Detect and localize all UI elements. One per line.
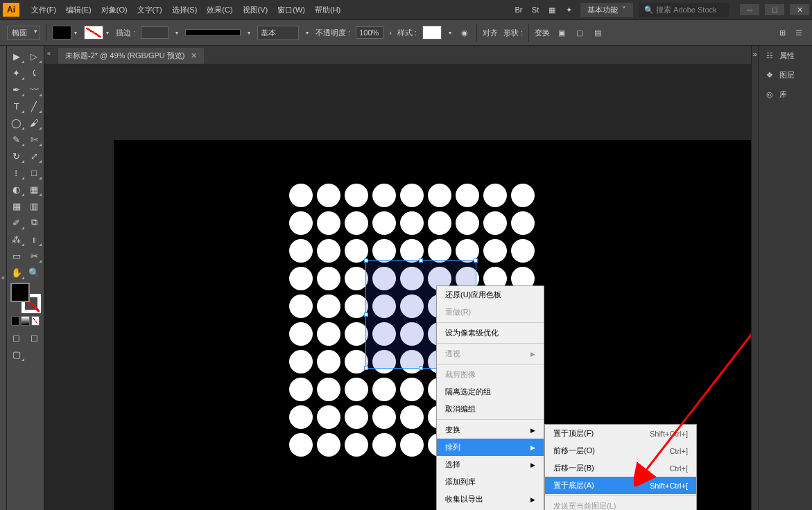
eraser-tool[interactable]: ✄ (26, 132, 43, 147)
width-tool[interactable]: ⫶ (8, 165, 25, 180)
stroke-swatch[interactable]: ▾ (84, 26, 110, 39)
ellipse-tool[interactable]: ◯ (8, 115, 25, 130)
drawmode-normal[interactable]: ◻ (8, 330, 25, 345)
toolbox: ▶▷ ✦⤹ ✒〰 T╱ ◯🖌 ✎✄ ↻⤢ ⫶□ ◐▦ ▦▥ ✐⧉ ⁂⫾ ▭✂ ✋… (7, 46, 44, 510)
perspective-tool[interactable]: ▦ (26, 182, 43, 197)
ctx-add-library[interactable]: 添加到库 (437, 473, 544, 491)
sub-send-backward[interactable]: 后移一层(B)Ctrl+[ (545, 459, 696, 477)
panel-collapse-left[interactable]: « (47, 50, 51, 57)
workspace-label: 基本功能 (587, 5, 618, 15)
stroke-profile[interactable] (185, 29, 241, 36)
search-input[interactable]: 🔍 搜索 Adobe Stock (639, 3, 729, 17)
selection-tool[interactable]: ▶ (8, 49, 25, 64)
ctx-transform[interactable]: 变换▶ (437, 421, 544, 439)
document-tab[interactable]: 未标题-2* @ 49% (RGB/GPU 预览) ✕ (58, 48, 204, 64)
ctx-isolate[interactable]: 隔离选定的组 (437, 383, 544, 401)
recolor-icon[interactable]: ◉ (458, 26, 471, 39)
align-label[interactable]: 对齐 (483, 28, 498, 38)
sub-bring-front[interactable]: 置于顶层(F)Shift+Ctrl+] (545, 425, 696, 442)
gpu-icon[interactable]: ✦ (562, 3, 575, 16)
chevron-down-icon: ˅ (622, 6, 626, 15)
panel-libraries[interactable]: ◎库 (759, 85, 812, 104)
menu-effect[interactable]: 效果(C) (202, 5, 237, 15)
drawmode-behind[interactable]: ◻ (26, 330, 43, 345)
sub-bring-forward[interactable]: 前移一层(O)Ctrl+] (545, 442, 696, 459)
graphic-style-swatch[interactable] (422, 26, 442, 39)
scale-tool[interactable]: ⤢ (26, 148, 43, 164)
editclip-icon[interactable]: ▤ (591, 26, 604, 39)
sub-send-back[interactable]: 置于底层(A)Shift+Ctrl+[ (545, 477, 696, 494)
color-mode-solid[interactable] (11, 316, 19, 326)
selection-type[interactable]: 椭圆 (7, 26, 40, 40)
brush-def[interactable]: 基本 (257, 26, 299, 40)
ctx-undo[interactable]: 还原(U)应用色板 (437, 286, 544, 304)
artboard-tool[interactable]: ▭ (8, 248, 25, 263)
paintbrush-tool[interactable]: 🖌 (26, 115, 43, 130)
stock-icon[interactable]: St (529, 3, 542, 16)
tab-title: 未标题-2* @ 49% (RGB/GPU 预览) (65, 51, 185, 61)
fill-swatch[interactable]: ▾ (52, 26, 78, 39)
ctx-collect-export[interactable]: 收集以导出▶ (437, 491, 544, 508)
minimize-button[interactable]: ─ (740, 4, 759, 15)
menu-object[interactable]: 对象(O) (96, 5, 132, 15)
properties-icon: ☷ (764, 50, 775, 61)
ctx-arrange[interactable]: 排列▶ (437, 439, 544, 456)
arrange-docs-icon[interactable]: ▦ (546, 3, 558, 16)
workspace-switcher[interactable]: 基本功能 ˅ (580, 3, 633, 17)
panel-layers[interactable]: ❖图层 (759, 65, 812, 85)
menu-type[interactable]: 文字(T) (132, 5, 167, 15)
mesh-tool[interactable]: ▦ (8, 198, 25, 213)
ctx-select[interactable]: 选择▶ (437, 456, 544, 473)
fill-stroke-control[interactable] (10, 283, 41, 313)
type-tool[interactable]: T (8, 98, 25, 114)
lasso-tool[interactable]: ⤹ (26, 65, 43, 80)
ctx-perspective: 透视▶ (437, 345, 544, 362)
menu-help[interactable]: 帮助(H) (310, 5, 345, 15)
zoom-tool[interactable]: 🔍 (26, 265, 43, 280)
panel-menu-icon[interactable]: ☰ (793, 26, 805, 39)
right-panel: ☷属性 ❖图层 ◎库 (758, 46, 812, 510)
ctx-pixel-perfect[interactable]: 设为像素级优化 (437, 324, 544, 342)
screenmode-button[interactable]: ▢ (8, 346, 25, 362)
symbol-sprayer-tool[interactable]: ⁂ (8, 231, 25, 247)
eyedropper-tool[interactable]: ✐ (8, 215, 25, 230)
graph-tool[interactable]: ⫾ (26, 231, 43, 247)
color-mode-none[interactable] (31, 316, 40, 326)
rotate-tool[interactable]: ↻ (8, 148, 25, 164)
panel-properties[interactable]: ☷属性 (759, 46, 812, 65)
maximize-button[interactable]: □ (765, 4, 784, 15)
prefs-icon[interactable]: ⊞ (776, 26, 788, 39)
color-mode-gradient[interactable] (21, 316, 29, 326)
transform-label[interactable]: 变换 (535, 28, 550, 38)
menu-window[interactable]: 窗口(W) (273, 5, 310, 15)
magic-wand-tool[interactable]: ✦ (8, 65, 25, 80)
isolate-icon[interactable]: ▣ (555, 26, 568, 39)
free-transform-tool[interactable]: □ (26, 165, 43, 180)
shapes-label[interactable]: 形状 : (503, 28, 523, 38)
pen-tool[interactable]: ✒ (8, 82, 25, 97)
slice-tool[interactable]: ✂ (26, 248, 43, 263)
canvas[interactable]: 还原(U)应用色板 重做(R) 设为像素级优化 透视▶ 裁剪图像 隔离选定的组 … (44, 64, 751, 510)
panel-collapse-right[interactable]: » (751, 46, 758, 510)
ctx-ungroup[interactable]: 取消编组 (437, 401, 544, 418)
bridge-icon[interactable]: Br (512, 3, 525, 16)
tool-collapse-strip[interactable]: « (0, 46, 7, 510)
direct-selection-tool[interactable]: ▷ (26, 49, 43, 64)
menu-file[interactable]: 文件(F) (26, 5, 61, 15)
fill-color[interactable] (10, 283, 30, 302)
gradient-tool[interactable]: ▥ (26, 198, 43, 213)
close-tab-icon[interactable]: ✕ (191, 51, 197, 60)
hand-tool[interactable]: ✋ (8, 265, 25, 280)
menu-select[interactable]: 选择(S) (167, 5, 202, 15)
menu-edit[interactable]: 编辑(E) (61, 5, 96, 15)
blend-tool[interactable]: ⧉ (26, 215, 43, 230)
close-button[interactable]: ✕ (790, 4, 809, 15)
stroke-weight-input[interactable] (141, 26, 169, 39)
shaper-tool[interactable]: ✎ (8, 132, 25, 147)
shape-builder-tool[interactable]: ◐ (8, 182, 25, 197)
line-tool[interactable]: ╱ (26, 98, 43, 114)
menu-view[interactable]: 视图(V) (238, 5, 273, 15)
curvature-tool[interactable]: 〰 (26, 82, 43, 97)
opacity-input[interactable] (356, 26, 383, 39)
maskmode-icon[interactable]: ▢ (573, 26, 586, 39)
